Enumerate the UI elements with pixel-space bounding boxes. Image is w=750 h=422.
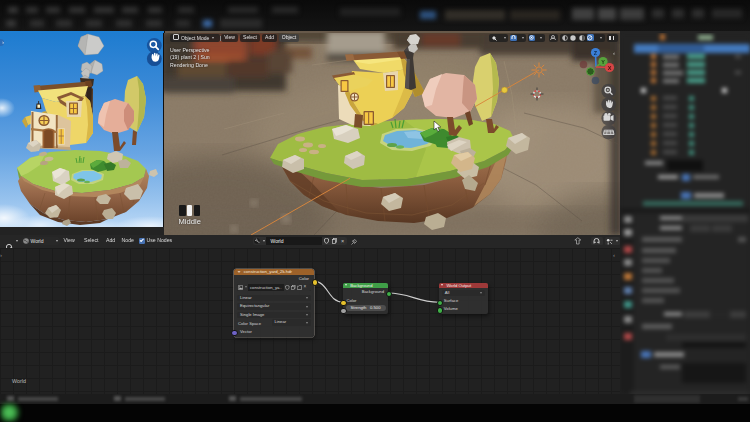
svg-text:‹: ‹ <box>613 50 615 56</box>
svg-text:X: X <box>608 65 612 71</box>
svg-text:Y: Y <box>601 59 605 65</box>
